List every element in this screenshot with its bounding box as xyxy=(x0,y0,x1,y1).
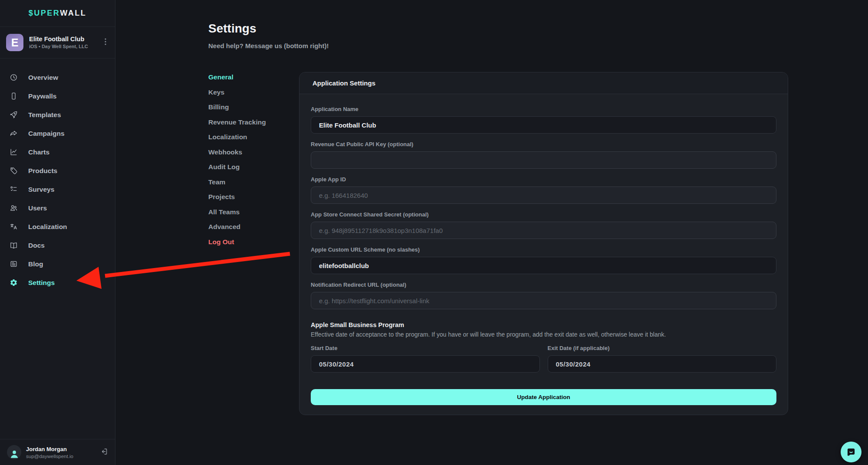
app-switcher[interactable]: E Elite Football Club iOS • Day Well Spe… xyxy=(0,27,115,59)
settings-tab-all-teams[interactable]: All Teams xyxy=(208,207,240,217)
sidebar-item-charts[interactable]: Charts xyxy=(0,143,115,161)
sidebar-item-label: Paywalls xyxy=(28,92,57,100)
sidebar-item-label: Users xyxy=(28,204,47,212)
field-apple-app-id: Apple App ID xyxy=(311,176,776,204)
sidebar-item-templates[interactable]: Templates xyxy=(0,105,115,124)
sidebar-item-surveys[interactable]: Surveys xyxy=(0,180,115,199)
field-label: Notification Redirect URL (optional) xyxy=(311,282,776,288)
localization-icon xyxy=(9,223,18,231)
settings-tab-advanced[interactable]: Advanced xyxy=(208,222,240,232)
field-shared-secret: App Store Connect Shared Secret (optiona… xyxy=(311,211,776,239)
kebab-menu-icon[interactable] xyxy=(102,36,109,49)
sidebar-item-overview[interactable]: Overview xyxy=(0,68,115,87)
sidebar-item-label: Overview xyxy=(28,74,58,82)
start-date-input[interactable] xyxy=(311,355,540,373)
superwall-logo: $UPERWALL xyxy=(0,0,115,27)
sidebar-item-campaigns[interactable]: Campaigns xyxy=(0,124,115,143)
settings-tab-keys[interactable]: Keys xyxy=(208,88,224,97)
shared-secret-input[interactable] xyxy=(311,222,776,239)
sidebar: $UPERWALL E Elite Football Club iOS • Da… xyxy=(0,0,115,465)
sidebar-item-settings[interactable]: Settings xyxy=(0,273,115,292)
sidebar-item-label: Charts xyxy=(28,148,49,156)
field-label: App Store Connect Shared Secret (optiona… xyxy=(311,211,776,218)
card-header: Application Settings xyxy=(299,72,788,94)
settings-section-nav: General Keys Billing Revenue Tracking Lo… xyxy=(208,72,299,252)
paywalls-icon xyxy=(9,92,18,101)
sidebar-item-paywalls[interactable]: Paywalls xyxy=(0,87,115,105)
campaigns-icon xyxy=(9,129,18,138)
docs-icon xyxy=(9,241,18,250)
settings-gear-icon xyxy=(9,278,18,287)
page-title: Settings xyxy=(208,20,788,37)
app-meta: Elite Football Club iOS • Day Well Spent… xyxy=(29,36,88,49)
sidebar-item-users[interactable]: Users xyxy=(0,199,115,217)
sidebar-item-localization[interactable]: Localization xyxy=(0,217,115,236)
field-redirect-url: Notification Redirect URL (optional) xyxy=(311,282,776,309)
settings-content: General Keys Billing Revenue Tracking Lo… xyxy=(208,72,788,415)
card-title: Application Settings xyxy=(312,79,375,87)
exit-date-input[interactable] xyxy=(548,355,777,373)
users-icon xyxy=(9,204,18,213)
field-label: Apple Custom URL Scheme (no slashes) xyxy=(311,246,776,253)
user-email: sup@daywellspent.io xyxy=(26,454,73,459)
update-application-button[interactable]: Update Application xyxy=(311,389,776,405)
settings-tab-audit-log[interactable]: Audit Log xyxy=(208,162,240,172)
revenuecat-key-input[interactable] xyxy=(311,151,776,169)
field-exit-date: Exit Date (if applicable) xyxy=(548,345,777,373)
apple-app-id-input[interactable] xyxy=(311,187,776,204)
sidebar-item-label: Blog xyxy=(28,260,43,268)
url-scheme-input[interactable] xyxy=(311,257,776,274)
settings-tab-projects[interactable]: Projects xyxy=(208,192,235,202)
page-subtitle: Need help? Message us (bottom right)! xyxy=(208,42,788,50)
field-url-scheme: Apple Custom URL Scheme (no slashes) xyxy=(311,246,776,274)
sidebar-item-label: Surveys xyxy=(28,186,54,193)
field-label: Revenue Cat Public API Key (optional) xyxy=(311,141,776,147)
settings-tab-localization[interactable]: Localization xyxy=(208,132,247,142)
app-name: Elite Football Club xyxy=(29,36,88,43)
sidebar-item-products[interactable]: Products xyxy=(0,161,115,180)
field-start-date: Start Date xyxy=(311,345,540,373)
sidebar-item-label: Products xyxy=(28,167,57,175)
sidebar-item-label: Campaigns xyxy=(28,130,65,138)
app-subtitle: iOS • Day Well Spent, LLC xyxy=(29,44,88,49)
blog-icon xyxy=(9,260,18,269)
logout-icon[interactable] xyxy=(100,448,108,457)
field-label: Start Date xyxy=(311,345,540,351)
small-business-description: Effective date of acceptance to the prog… xyxy=(311,331,776,338)
templates-icon xyxy=(9,111,18,119)
date-row: Start Date Exit Date (if applicable) xyxy=(311,345,776,373)
sidebar-item-label: Localization xyxy=(28,223,67,231)
chat-launcher-button[interactable] xyxy=(841,442,861,462)
sidebar-nav: Overview Paywalls Templates Campaigns Ch… xyxy=(0,59,115,292)
user-meta: Jordan Morgan sup@daywellspent.io xyxy=(26,446,73,459)
sidebar-item-label: Templates xyxy=(28,111,61,119)
logo-accent-text: $UPER xyxy=(29,9,60,18)
settings-tab-revenue-tracking[interactable]: Revenue Tracking xyxy=(208,118,266,127)
settings-tab-team[interactable]: Team xyxy=(208,177,225,187)
sidebar-item-blog[interactable]: Blog xyxy=(0,255,115,273)
settings-tab-general[interactable]: General xyxy=(208,72,233,82)
application-name-input[interactable] xyxy=(311,116,776,134)
app-avatar: E xyxy=(6,34,23,51)
field-application-name: Application Name xyxy=(311,106,776,134)
field-revenuecat-key: Revenue Cat Public API Key (optional) xyxy=(311,141,776,169)
main-content: Settings Need help? Message us (bottom r… xyxy=(115,0,868,465)
field-label: Application Name xyxy=(311,106,776,112)
user-avatar xyxy=(7,445,21,459)
sidebar-item-docs[interactable]: Docs xyxy=(0,236,115,255)
redirect-url-input[interactable] xyxy=(311,292,776,309)
application-settings-card: Application Settings Application Name Re… xyxy=(299,72,788,415)
chat-bubble-icon xyxy=(845,446,857,458)
settings-tab-log-out[interactable]: Log Out xyxy=(208,237,234,247)
settings-tab-webhooks[interactable]: Webhooks xyxy=(208,147,242,157)
products-icon xyxy=(9,167,18,175)
field-label: Exit Date (if applicable) xyxy=(548,345,777,351)
user-row[interactable]: Jordan Morgan sup@daywellspent.io xyxy=(0,439,115,465)
settings-tab-billing[interactable]: Billing xyxy=(208,102,229,112)
sidebar-item-label: Docs xyxy=(28,242,45,249)
small-business-heading: Apple Small Business Program xyxy=(311,321,776,328)
field-label: Apple App ID xyxy=(311,176,776,183)
user-name: Jordan Morgan xyxy=(26,446,73,452)
card-body: Application Name Revenue Cat Public API … xyxy=(299,94,788,415)
charts-icon xyxy=(9,148,18,157)
